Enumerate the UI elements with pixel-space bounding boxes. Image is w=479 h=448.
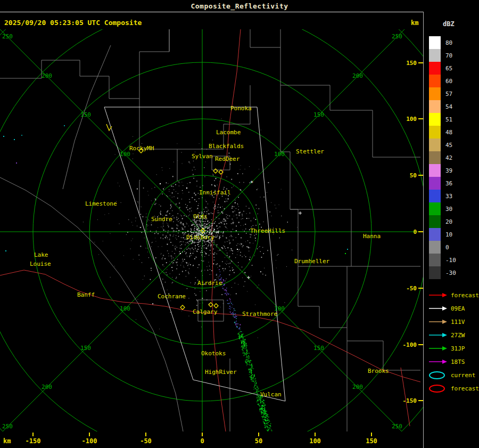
echo-speckle xyxy=(186,276,186,276)
echo-speckle xyxy=(235,202,236,203)
city-label: Limestone xyxy=(85,200,117,207)
echo-speckle xyxy=(213,249,214,250)
echo-speckle xyxy=(189,241,191,242)
echo-speckle xyxy=(194,226,195,227)
echo-speckle xyxy=(217,267,218,268)
echo-speckle xyxy=(236,226,237,227)
echo-speckle xyxy=(166,262,167,263)
echo-streak-speckle xyxy=(230,302,231,303)
echo-streak-speckle xyxy=(233,313,233,314)
echo-streak-speckle xyxy=(254,381,255,381)
echo-speckle xyxy=(236,208,236,209)
echo-streak-speckle xyxy=(269,421,270,422)
echo-streak-speckle xyxy=(260,400,261,401)
echo-speckle xyxy=(167,269,167,270)
echo-speckle xyxy=(167,196,167,196)
echo-speckle xyxy=(188,192,189,192)
echo-streak-speckle xyxy=(260,408,261,409)
echo-speckle xyxy=(94,242,95,242)
echo-speckle xyxy=(251,276,251,276)
echo-speckle xyxy=(189,163,190,164)
county-boundaries xyxy=(250,29,280,47)
echo-speckle xyxy=(167,197,168,198)
echo-speckle xyxy=(185,245,186,245)
echo-speckle xyxy=(173,262,174,263)
echo-speckle xyxy=(277,255,277,256)
echo-speckle xyxy=(175,238,176,238)
echo-speckle xyxy=(214,197,214,198)
echo-speckle xyxy=(160,238,161,239)
echo-speckle xyxy=(229,256,230,257)
echo-speckle xyxy=(235,283,235,283)
echo-speckle xyxy=(235,200,235,200)
echo-speckle xyxy=(257,248,258,249)
echo-streak-speckle xyxy=(262,401,263,402)
echo-speckle xyxy=(168,226,169,227)
scale-swatch xyxy=(429,126,441,139)
echo-speckle xyxy=(182,232,183,233)
echo-speckle xyxy=(216,245,217,246)
echo-speckle xyxy=(200,291,200,292)
echo-streak-speckle xyxy=(261,407,262,408)
echo-speckle xyxy=(194,258,195,259)
echo-speckle xyxy=(200,187,201,188)
city-label: Ponoka xyxy=(230,105,252,112)
echo-speckle xyxy=(193,161,194,161)
scale-value: 45 xyxy=(441,142,452,149)
echo-speckle xyxy=(162,264,163,265)
echo-speckle xyxy=(196,257,197,258)
echo-speckle xyxy=(224,222,224,222)
echo-speckle xyxy=(173,197,174,197)
track-arrow: 27ZW xyxy=(428,329,479,342)
echo-speckle xyxy=(143,188,144,189)
range-label: 150 xyxy=(80,111,91,118)
echo-speckle xyxy=(189,182,191,183)
echo-speckle xyxy=(237,205,238,205)
echo-speckle xyxy=(183,266,184,266)
radar-map-canvas[interactable]: *PonokaLacombeBlackfaldsSylvanRedDeerSte… xyxy=(0,29,423,431)
echo-speckle xyxy=(151,200,152,201)
city-label: Banff xyxy=(77,291,95,298)
echo-speckle xyxy=(237,218,237,218)
echo-speckle xyxy=(218,232,219,233)
echo-speckle xyxy=(231,250,232,251)
echo-speckle xyxy=(235,257,236,258)
echo-speckle xyxy=(204,248,204,248)
echo-speckle xyxy=(256,208,257,209)
echo-streak-speckle xyxy=(246,356,247,357)
echo-speckle xyxy=(232,250,233,251)
echo-speckle xyxy=(245,256,246,257)
echo-speckle xyxy=(238,250,239,250)
echo-streak-speckle xyxy=(227,303,228,304)
echo-speckle xyxy=(212,225,213,226)
echo-speckle xyxy=(242,278,243,278)
bottom-axis-label: 0 xyxy=(200,437,204,445)
echo-speck xyxy=(64,125,65,126)
echo-streak-speckle xyxy=(226,290,227,291)
echo-streak-speckle xyxy=(263,410,264,411)
echo-speckle xyxy=(181,244,183,245)
echo-speckle xyxy=(229,242,230,243)
echo-streak-speckle xyxy=(246,351,247,352)
echo-speckle xyxy=(219,223,219,224)
echo-speckle xyxy=(103,241,103,241)
echo-speckle xyxy=(170,234,170,235)
echo-speckle xyxy=(225,220,226,221)
echo-speckle xyxy=(183,260,184,262)
track-arrow: 31JP xyxy=(428,342,479,355)
echo-speckle xyxy=(226,250,226,251)
echo-speckle xyxy=(211,219,212,220)
echo-streak-speckle xyxy=(257,389,258,390)
echo-speckle xyxy=(188,226,189,226)
echo-streak-speckle xyxy=(269,425,270,426)
dot-marker xyxy=(180,253,181,254)
echo-speckle xyxy=(241,245,241,245)
echo-speckle xyxy=(218,205,219,205)
echo-speckle xyxy=(265,200,266,201)
echo-speckle xyxy=(208,241,209,241)
echo-streak-speckle xyxy=(252,378,253,379)
echo-speckle xyxy=(177,262,178,263)
echo-speckle xyxy=(209,266,210,266)
radar-map[interactable]: *PonokaLacombeBlackfaldsSylvanRedDeerSte… xyxy=(0,29,423,431)
echo-speckle xyxy=(199,225,200,226)
